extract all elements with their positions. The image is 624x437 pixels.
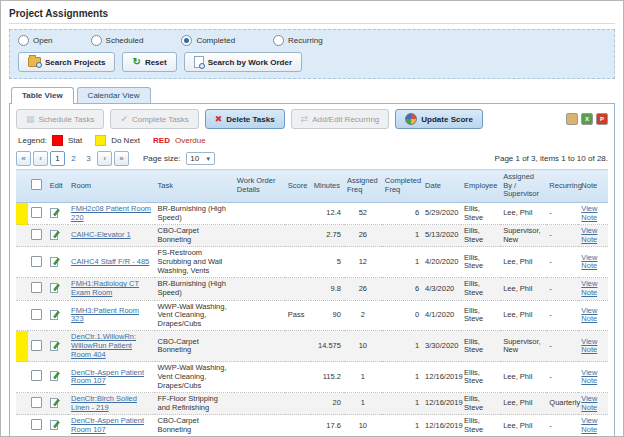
pager-first-button[interactable]: « <box>16 151 31 166</box>
view-note-link[interactable]: View Note <box>581 279 597 297</box>
assigned-by-cell: Lee, Phil <box>500 202 546 224</box>
radio-icon[interactable] <box>181 35 192 46</box>
button-label: Complete Tasks <box>132 115 189 124</box>
room-link[interactable]: DenCtr-Aspen Patient Room 107 <box>71 416 144 434</box>
folder-search-icon <box>28 57 41 67</box>
edit-task-icon[interactable] <box>50 340 60 351</box>
search-work-order-button[interactable]: Search by Work Order <box>184 52 302 72</box>
pager-prev-button[interactable]: ‹ <box>33 151 48 166</box>
excel-export-icon[interactable]: X <box>581 113 593 125</box>
column-header-task[interactable]: Task <box>155 170 234 203</box>
row-checkbox[interactable] <box>31 340 42 351</box>
print-icon[interactable] <box>566 113 578 125</box>
checkbox-cell <box>28 331 47 362</box>
room-link[interactable]: FMH2c08 Patient Room 220 <box>71 204 151 222</box>
button-label: Update Score <box>421 115 473 124</box>
view-note-link[interactable]: View Note <box>581 337 597 355</box>
room-link[interactable]: DenCtr-Aspen Patient Room 107 <box>71 368 144 386</box>
do-next-indicator <box>16 202 28 224</box>
indicator-cell <box>16 393 28 415</box>
row-checkbox[interactable] <box>31 419 42 430</box>
column-header-recurring[interactable]: Recurring <box>546 170 578 203</box>
top-pager-band: «‹123›»Page size:10▼ Page 1 of 3, items … <box>16 151 608 166</box>
room-link[interactable]: CAIHC4 Staff F/R - 485 <box>71 257 149 266</box>
assigned-by-cell: Lee, Phil <box>500 362 546 393</box>
edit-task-icon[interactable] <box>50 309 60 320</box>
row-checkbox[interactable] <box>31 229 42 240</box>
column-header-date[interactable]: Date <box>422 170 461 203</box>
status-radio-completed[interactable]: Completed <box>181 35 235 46</box>
edit-cell <box>47 225 68 247</box>
room-link[interactable]: FMH3:Patient Room 323 <box>71 306 139 324</box>
room-cell: DenCtr.1.WillowRn: WillowRun Patient Roo… <box>68 331 154 362</box>
room-link[interactable]: DenCtr:Birch Soiled Linen - 219 <box>71 394 137 412</box>
column-header-assigned-by-supervisor[interactable]: Assigned By / Supervisor <box>500 170 546 203</box>
note-cell: View Note <box>578 202 608 224</box>
edit-task-icon[interactable] <box>50 370 60 381</box>
row-checkbox[interactable] <box>31 309 42 320</box>
row-checkbox[interactable] <box>31 397 42 408</box>
pdf-export-icon[interactable]: P <box>596 113 608 125</box>
edit-task-icon[interactable] <box>50 229 60 240</box>
pager-page-2[interactable]: 2 <box>67 152 80 165</box>
pager-page-3[interactable]: 3 <box>82 152 95 165</box>
row-checkbox[interactable] <box>31 207 42 218</box>
column-header-room[interactable]: Room <box>68 170 154 203</box>
assigned-freq-cell: 26 <box>344 278 382 300</box>
column-header-employee[interactable]: Employee <box>461 170 500 203</box>
minutes-cell: 20 <box>311 393 344 415</box>
date-cell: 4/20/2020 <box>422 247 461 278</box>
assigned-freq-cell: 10 <box>344 331 382 362</box>
page-size-select[interactable]: 10▼ <box>186 152 215 165</box>
complete-tasks-button[interactable]: ✔Complete Tasks <box>110 109 198 129</box>
column-header-edit[interactable]: Edit <box>47 170 68 203</box>
search-projects-button[interactable]: Search Projects <box>18 52 115 72</box>
view-note-link[interactable]: View Note <box>581 368 597 386</box>
pager-last-button[interactable]: » <box>114 151 129 166</box>
recurring-cell: - <box>546 247 578 278</box>
row-checkbox[interactable] <box>31 282 42 293</box>
room-link[interactable]: DenCtr.1.WillowRn: WillowRun Patient Roo… <box>71 332 136 358</box>
room-link[interactable]: CAIHC-Elevator 1 <box>71 230 131 239</box>
status-radio-scheduled[interactable]: Scheduled <box>91 35 144 46</box>
column-header-work-order-details[interactable]: Work Order Details <box>234 170 285 203</box>
radio-icon[interactable] <box>273 35 284 46</box>
column-header-note[interactable]: Note <box>578 170 608 203</box>
column-header-minutes[interactable]: Minutes <box>311 170 344 203</box>
room-link[interactable]: FMH1:Radiology CT Exam Room <box>71 279 139 297</box>
view-note-link[interactable]: View Note <box>581 306 597 324</box>
reset-button[interactable]: ↻Reset <box>122 52 176 72</box>
view-note-link[interactable]: View Note <box>581 416 597 434</box>
tab-table-view[interactable]: Table View <box>11 87 74 104</box>
select-all-checkbox[interactable] <box>31 179 42 190</box>
edit-task-icon[interactable] <box>50 207 60 218</box>
delete-tasks-button[interactable]: ✖Delete Tasks <box>205 109 285 129</box>
view-note-link[interactable]: View Note <box>581 204 597 222</box>
update-score-button[interactable]: Update Score <box>395 109 483 129</box>
view-note-link[interactable]: View Note <box>581 226 597 244</box>
radio-icon[interactable] <box>18 35 29 46</box>
view-note-link[interactable]: View Note <box>581 253 597 271</box>
edit-task-icon[interactable] <box>50 397 60 408</box>
status-radio-recurring[interactable]: Recurring <box>273 35 323 46</box>
status-radio-open[interactable]: Open <box>18 35 53 46</box>
edit-task-icon[interactable] <box>50 282 60 293</box>
indicator-cell <box>16 247 28 278</box>
edit-task-icon[interactable] <box>50 419 60 430</box>
column-header-assigned-freq[interactable]: Assigned Freq <box>344 170 382 203</box>
radio-icon[interactable] <box>91 35 102 46</box>
row-checkbox[interactable] <box>31 370 42 381</box>
column-header-score[interactable]: Score <box>285 170 311 203</box>
edit-cell <box>47 415 68 437</box>
add-edit-recurring-button[interactable]: ⇄Add/Edit Recurring <box>291 109 390 129</box>
view-note-link[interactable]: View Note <box>581 394 597 412</box>
do-next-color-swatch <box>95 135 106 146</box>
tab-calendar-view[interactable]: Calendar View <box>77 87 151 104</box>
row-checkbox[interactable] <box>31 256 42 267</box>
edit-task-icon[interactable] <box>50 256 60 267</box>
document-search-icon <box>194 56 204 68</box>
pager-page-1[interactable]: 1 <box>50 151 65 166</box>
schedule-tasks-button[interactable]: ▦Schedule Tasks <box>16 109 104 129</box>
pager-next-button[interactable]: › <box>97 151 112 166</box>
column-header-completed-freq[interactable]: Completed Freq <box>382 170 422 203</box>
